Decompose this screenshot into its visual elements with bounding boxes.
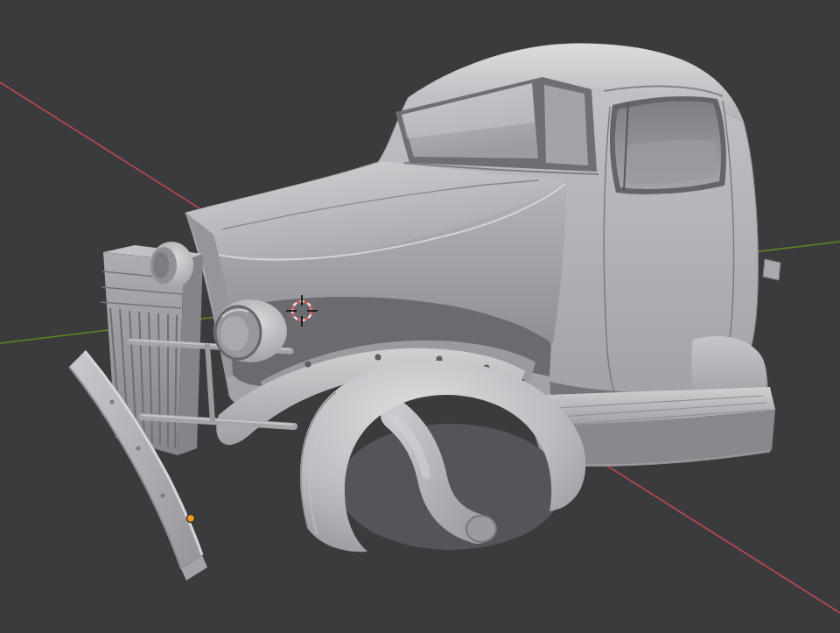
- exhaust-tube-end: [466, 516, 496, 542]
- windshield-pane-right[interactable]: [544, 85, 588, 165]
- headlight-large[interactable]: [214, 299, 287, 362]
- headlight-small[interactable]: [150, 242, 193, 289]
- cab-interior-hint: [623, 140, 716, 184]
- headlight-small-lens: [153, 252, 169, 278]
- viewport-stage: [0, 0, 840, 633]
- headlight-large-lens: [220, 316, 248, 351]
- side-hinge-tab[interactable]: [763, 259, 780, 280]
- origin-point-indicator: [187, 515, 195, 523]
- viewport-3d[interactable]: [0, 0, 840, 633]
